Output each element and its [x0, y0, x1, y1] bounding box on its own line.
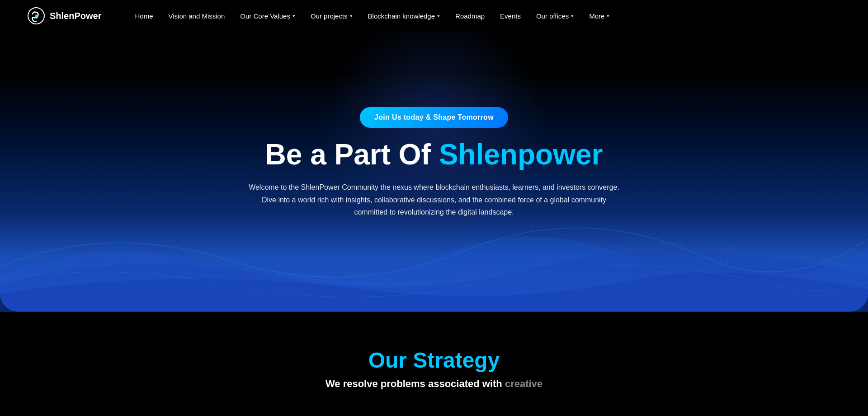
hero-content: Join Us today & Shape Tomorrow Be a Part… — [154, 107, 714, 218]
nav-item-projects[interactable]: Our projects ▾ — [304, 9, 359, 23]
offices-chevron-icon: ▾ — [571, 13, 574, 19]
cta-button[interactable]: Join Us today & Shape Tomorrow — [360, 107, 508, 128]
nav-item-more[interactable]: More ▾ — [583, 9, 616, 23]
hero-section: Join Us today & Shape Tomorrow Be a Part… — [0, 32, 868, 312]
strategy-subtitle-part2: creative — [505, 378, 542, 389]
projects-chevron-icon: ▾ — [350, 13, 353, 19]
nav-link-blockchain[interactable]: Blockchain knowledge ▾ — [362, 9, 446, 23]
hero-title-part1: Be a Part Of — [265, 138, 439, 171]
hero-title: Be a Part Of Shlenpower — [265, 139, 603, 170]
nav-item-offices[interactable]: Our offices ▾ — [530, 9, 580, 23]
logo-link[interactable]: ShlenPower — [27, 7, 101, 25]
hero-title-highlight: Shlenpower — [439, 138, 603, 171]
nav-item-events[interactable]: Events — [494, 9, 527, 23]
more-chevron-icon: ▾ — [607, 13, 609, 19]
nav-link-offices[interactable]: Our offices ▾ — [530, 9, 580, 23]
nav-links: Home Vision and Mission Our Core Values … — [128, 9, 616, 23]
nav-link-projects[interactable]: Our projects ▾ — [304, 9, 359, 23]
strategy-subtitle-part1: We resolve problems associated with — [326, 378, 502, 389]
logo-text: ShlenPower — [50, 11, 101, 21]
logo-icon — [27, 7, 45, 25]
nav-link-home[interactable]: Home — [128, 9, 159, 23]
nav-item-home[interactable]: Home — [128, 9, 159, 23]
strategy-section: Our Strategy We resolve problems associa… — [0, 312, 868, 408]
svg-point-1 — [35, 14, 38, 17]
blockchain-chevron-icon: ▾ — [437, 13, 440, 19]
core-values-chevron-icon: ▾ — [292, 13, 295, 19]
nav-item-roadmap[interactable]: Roadmap — [449, 9, 491, 23]
nav-item-vision-mission[interactable]: Vision and Mission — [162, 9, 231, 23]
nav-link-more[interactable]: More ▾ — [583, 9, 616, 23]
strategy-title: Our Strategy — [0, 348, 868, 373]
nav-link-events[interactable]: Events — [494, 9, 527, 23]
nav-link-core-values[interactable]: Our Core Values ▾ — [234, 9, 302, 23]
strategy-subtitle: We resolve problems associated with crea… — [0, 378, 868, 390]
hero-description: Welcome to the ShlenPower Community the … — [244, 181, 624, 218]
nav-link-roadmap[interactable]: Roadmap — [449, 9, 491, 23]
nav-item-blockchain[interactable]: Blockchain knowledge ▾ — [362, 9, 446, 23]
navbar: ShlenPower Home Vision and Mission Our C… — [0, 0, 868, 32]
nav-item-core-values[interactable]: Our Core Values ▾ — [234, 9, 302, 23]
nav-link-vision-mission[interactable]: Vision and Mission — [162, 9, 231, 23]
